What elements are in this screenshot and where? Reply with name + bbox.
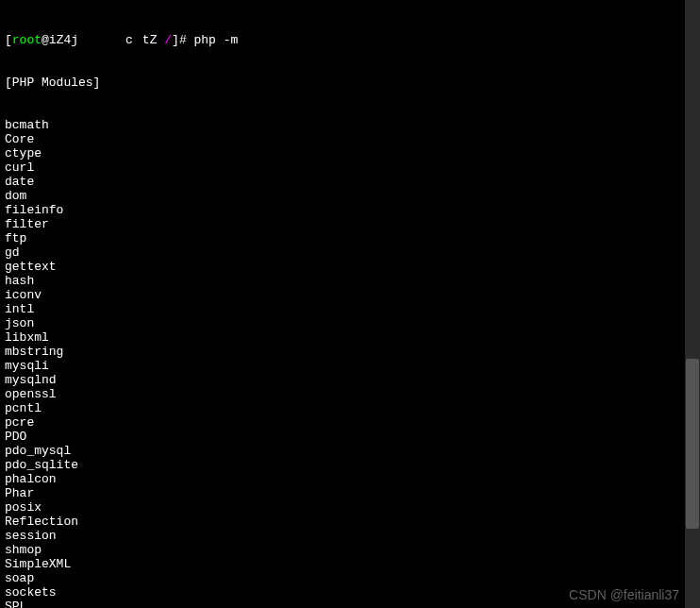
module-line: bcmath xyxy=(5,118,695,132)
module-line: pdo_mysql xyxy=(5,444,695,458)
module-line: session xyxy=(5,529,695,543)
module-line: pdo_sqlite xyxy=(5,458,695,472)
module-line: gettext xyxy=(5,260,695,274)
module-line: posix xyxy=(5,500,695,515)
module-line: hash xyxy=(5,274,695,288)
prompt-redacted-2 xyxy=(133,33,142,47)
scrollbar-track[interactable] xyxy=(685,0,700,608)
modules-list: bcmathCorectypecurldatedomfileinfofilter… xyxy=(5,118,695,608)
module-line: ftp xyxy=(5,231,695,245)
module-line: shmop xyxy=(5,543,695,557)
module-line: ctype xyxy=(5,146,695,160)
module-line: pcre xyxy=(5,415,695,430)
module-line: pcntl xyxy=(5,401,695,415)
scrollbar-thumb[interactable] xyxy=(686,359,699,529)
module-line: SimpleXML xyxy=(5,557,695,571)
module-line: mbstring xyxy=(5,345,695,359)
module-line: libxml xyxy=(5,330,695,345)
module-line: iconv xyxy=(5,288,695,302)
terminal-output[interactable]: [root@iZ4j ctZ /]# php -m [PHP Modules] … xyxy=(5,5,695,608)
module-line: curl xyxy=(5,160,695,175)
command-text: php -m xyxy=(194,33,239,47)
module-line: fileinfo xyxy=(5,203,695,217)
module-line: json xyxy=(5,316,695,330)
prompt-line: [root@iZ4j ctZ /]# php -m xyxy=(5,33,695,47)
module-line: Reflection xyxy=(5,515,695,529)
module-line: Phar xyxy=(5,486,695,500)
module-line: dom xyxy=(5,189,695,203)
prompt-path: / xyxy=(164,33,172,47)
module-line: date xyxy=(5,175,695,189)
module-line: mysqlnd xyxy=(5,373,695,387)
module-line: soap xyxy=(5,571,695,585)
module-line: PDO xyxy=(5,430,695,444)
module-line: openssl xyxy=(5,387,695,401)
prompt-redacted xyxy=(78,33,125,47)
prompt-symbol: # xyxy=(179,33,194,47)
output-header: [PHP Modules] xyxy=(5,76,695,90)
module-line: mysqli xyxy=(5,359,695,373)
prompt-user: root xyxy=(12,33,42,47)
module-line: phalcon xyxy=(5,472,695,486)
prompt-close-bracket: ] xyxy=(172,33,179,47)
watermark: CSDN @feitianli37 xyxy=(569,588,679,602)
module-line: Core xyxy=(5,132,695,146)
module-line: gd xyxy=(5,245,695,260)
prompt-at: @iZ4j xyxy=(42,33,78,47)
module-line: intl xyxy=(5,302,695,316)
prompt-open-bracket: [ xyxy=(5,33,12,47)
module-line: filter xyxy=(5,217,695,231)
prompt-host-suffix: tZ xyxy=(142,33,164,47)
prompt-host-mid: c xyxy=(125,33,133,47)
